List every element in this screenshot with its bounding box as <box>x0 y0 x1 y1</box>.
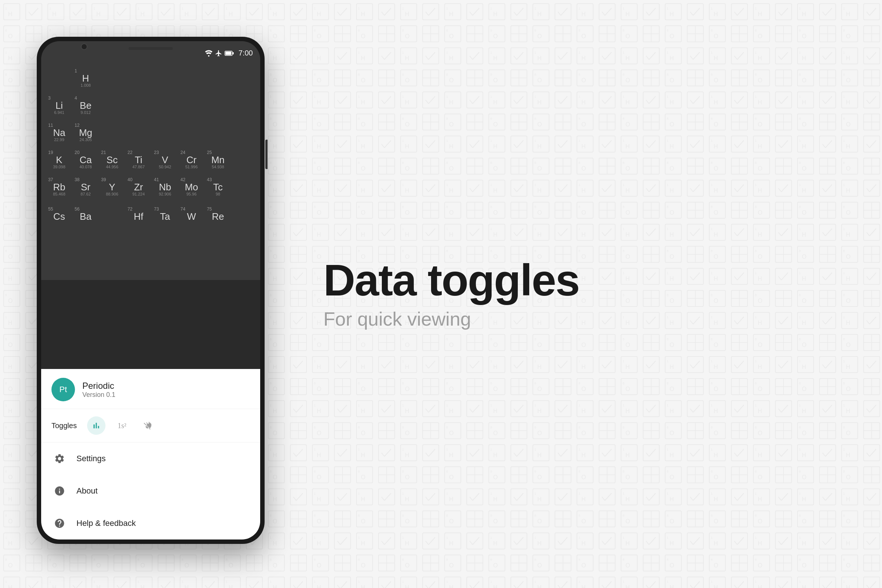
toggle-pin-off-button[interactable] <box>138 416 157 435</box>
bar-chart-icon <box>92 421 101 430</box>
app-name: Periodic <box>82 381 116 391</box>
element-K[interactable]: 19 K 39.098 <box>46 147 72 172</box>
element-Sc[interactable]: 21 Sc 44.956 <box>100 147 124 172</box>
element-V[interactable]: 23 V 50.942 <box>153 147 177 172</box>
element-Cs[interactable]: 55 Cs <box>46 201 72 227</box>
about-icon <box>54 486 65 496</box>
element-Hf[interactable]: 72 Hf <box>126 201 151 227</box>
element-row-2: 3 Li 6.941 4 Be 9.012 <box>46 92 255 118</box>
svg-rect-15 <box>232 52 234 54</box>
element-Mg[interactable]: 12 Mg 24.305 <box>73 119 98 145</box>
element-Cr[interactable]: 24 Cr 51.996 <box>179 147 204 172</box>
element-Re[interactable]: 75 Re <box>206 201 230 227</box>
element-Tc[interactable]: 43 Tc 98 <box>206 174 230 200</box>
settings-label: Settings <box>76 454 106 464</box>
settings-icon-container <box>51 450 68 467</box>
pin-off-icon <box>143 421 153 430</box>
svg-rect-14 <box>226 51 231 55</box>
element-Mo[interactable]: 42 Mo 95.96 <box>179 174 204 200</box>
phone-outer-frame: 7:00 1 H 1.008 <box>37 37 265 544</box>
element-Ca[interactable]: 20 Ca 40.078 <box>73 147 98 172</box>
status-bar: 7:00 <box>41 41 260 62</box>
element-Ti[interactable]: 22 Ti 47.867 <box>126 147 151 172</box>
side-button <box>266 140 267 169</box>
phone-screen: 7:00 1 H 1.008 <box>41 41 260 540</box>
element-Li[interactable]: 3 Li 6.941 <box>46 92 72 118</box>
electron-config-icon: 1s² <box>118 422 126 430</box>
bottom-sheet: Pt Periodic Version 0.1 Toggles <box>41 369 260 540</box>
toggle-bar-chart-button[interactable] <box>87 416 105 435</box>
element-Na[interactable]: 11 Na 22.99 <box>46 119 72 145</box>
element-Be[interactable]: 4 Be 9.012 <box>73 92 98 118</box>
app-version: Version 0.1 <box>82 391 116 399</box>
element-Mn[interactable]: 25 Mn 54.938 <box>206 147 230 172</box>
toggles-label: Toggles <box>51 422 77 430</box>
element-row-4: 19 K 39.098 20 Ca 40.078 21 <box>46 147 255 172</box>
about-icon-container <box>51 483 68 499</box>
toggle-electron-config-button[interactable]: 1s² <box>113 416 131 435</box>
about-menu-item[interactable]: About <box>41 475 260 507</box>
periodic-table-screen: 1 H 1.008 3 Li 6.941 <box>41 41 260 280</box>
toggles-row: Toggles 1s² <box>41 409 260 442</box>
help-menu-item[interactable]: Help & feedback <box>41 507 260 540</box>
about-label: About <box>76 486 98 496</box>
wifi-icon <box>205 50 213 57</box>
phone-mockup: 7:00 1 H 1.008 <box>22 37 279 551</box>
right-panel: Data toggles For quick viewing <box>279 258 882 330</box>
element-Ba[interactable]: 56 Ba <box>73 201 98 227</box>
element-W[interactable]: 74 W <box>179 201 204 227</box>
airplane-icon <box>215 50 222 57</box>
element-row-6: 55 Cs 56 Ba 72 <box>46 201 255 227</box>
element-Zr[interactable]: 40 Zr 91.224 <box>126 174 151 200</box>
element-row-3: 11 Na 22.99 12 Mg 24.305 <box>46 119 255 145</box>
status-icons: 7:00 <box>205 49 253 57</box>
element-Ta[interactable]: 73 Ta <box>153 201 177 227</box>
settings-menu-item[interactable]: Settings <box>41 442 260 475</box>
app-header: Pt Periodic Version 0.1 <box>41 369 260 409</box>
element-row-1: 1 H 1.008 <box>46 65 255 91</box>
element-Sr[interactable]: 38 Sr 87.62 <box>73 174 98 200</box>
element-Nb[interactable]: 41 Nb 92.906 <box>153 174 177 200</box>
help-icon-container <box>51 515 68 531</box>
element-Y[interactable]: 39 Y 88.906 <box>100 174 124 200</box>
battery-icon <box>225 50 234 56</box>
element-grid: 1 H 1.008 3 Li 6.941 <box>41 62 260 230</box>
main-subtitle: For quick viewing <box>323 308 882 330</box>
help-label: Help & feedback <box>76 519 136 528</box>
app-icon: Pt <box>51 378 75 401</box>
help-icon <box>54 518 65 529</box>
main-title: Data toggles <box>323 258 882 302</box>
settings-icon <box>54 453 65 464</box>
app-info: Periodic Version 0.1 <box>82 381 116 399</box>
element-row-5: 37 Rb 85.468 38 Sr 87.62 39 <box>46 174 255 200</box>
element-Rb[interactable]: 37 Rb 85.468 <box>46 174 72 200</box>
main-layout: 7:00 1 H 1.008 <box>0 0 882 588</box>
element-H[interactable]: 1 H 1.008 <box>73 65 98 91</box>
status-time: 7:00 <box>238 49 253 57</box>
